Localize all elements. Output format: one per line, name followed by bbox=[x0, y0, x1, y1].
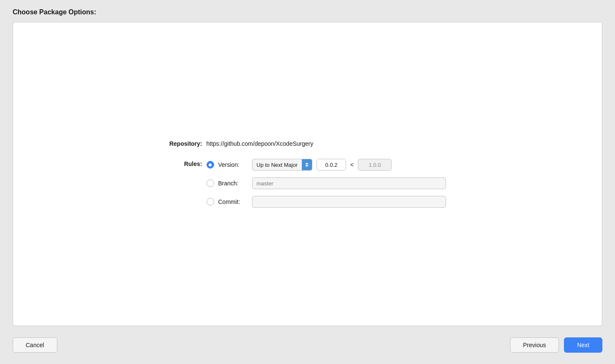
version-rule-row: Version: Up to Next Major < bbox=[207, 159, 446, 171]
commit-label: Commit: bbox=[218, 198, 248, 205]
version-stepper[interactable] bbox=[302, 159, 312, 171]
branch-rule-row: Branch: bbox=[207, 177, 446, 189]
version-label: Version: bbox=[218, 161, 248, 168]
version-max-input[interactable] bbox=[358, 159, 392, 171]
form-area: Repository: https://github.com/depoon/Xc… bbox=[160, 140, 455, 208]
next-button[interactable]: Next bbox=[564, 337, 602, 353]
stepper-up-icon bbox=[305, 163, 309, 164]
previous-button[interactable]: Previous bbox=[510, 337, 559, 353]
repository-url: https://github.com/depoon/XcodeSurgery bbox=[207, 140, 314, 147]
footer: Cancel Previous Next bbox=[13, 335, 602, 356]
version-dropdown[interactable]: Up to Next Major bbox=[252, 159, 313, 171]
rules-col: Version: Up to Next Major < bbox=[207, 159, 446, 208]
commit-rule-row: Commit: bbox=[207, 196, 446, 208]
footer-right: Previous Next bbox=[510, 337, 602, 353]
stepper-down-icon bbox=[305, 165, 309, 167]
less-than-symbol: < bbox=[350, 161, 354, 168]
version-radio[interactable] bbox=[207, 161, 214, 169]
repository-label: Repository: bbox=[160, 140, 202, 147]
repository-row: Repository: https://github.com/depoon/Xc… bbox=[160, 140, 455, 147]
branch-radio[interactable] bbox=[207, 179, 214, 187]
cancel-button[interactable]: Cancel bbox=[13, 337, 57, 353]
commit-radio[interactable] bbox=[207, 198, 214, 206]
content-panel: Repository: https://github.com/depoon/Xc… bbox=[13, 22, 602, 326]
version-dropdown-text: Up to Next Major bbox=[252, 162, 302, 168]
page-title: Choose Package Options: bbox=[13, 8, 602, 16]
commit-input[interactable] bbox=[252, 196, 446, 208]
branch-label: Branch: bbox=[218, 180, 248, 187]
version-value-input[interactable] bbox=[317, 159, 346, 171]
rules-label: Rules: bbox=[160, 159, 202, 167]
branch-input[interactable] bbox=[252, 177, 446, 189]
rules-row: Rules: Version: Up to Next Major bbox=[160, 159, 455, 208]
